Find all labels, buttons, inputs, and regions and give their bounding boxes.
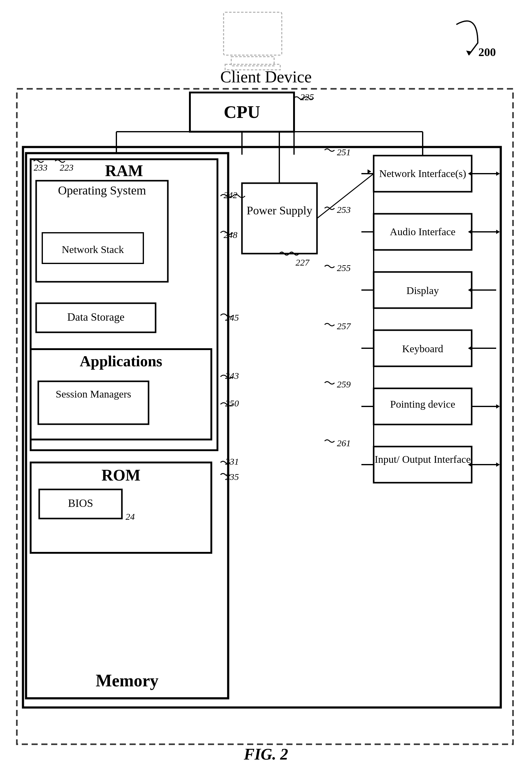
ref-253: 253 [337, 205, 351, 215]
ref-259: 259 [337, 379, 351, 389]
ref-261: 261 [337, 438, 351, 448]
ref-248: 248 [223, 230, 237, 240]
ref-225: 225 [300, 92, 314, 102]
rom-label: ROM [31, 466, 211, 484]
ref-223: 223 [60, 162, 74, 173]
svg-rect-12 [242, 183, 317, 254]
display-label: Display [374, 285, 472, 296]
svg-marker-47 [496, 404, 500, 409]
fig-label: FIG. 2 [244, 745, 288, 763]
memory-label: Memory [26, 671, 228, 690]
bios-label: BIOS [39, 497, 122, 510]
network-stack-label: Network Stack [42, 244, 144, 255]
ref-251: 251 [337, 147, 351, 157]
ref-231: 231 [225, 456, 239, 467]
svg-marker-36 [496, 171, 500, 176]
ref-242: 242 [223, 190, 237, 200]
svg-rect-52 [223, 12, 282, 55]
client-device-title: Client Device [220, 68, 312, 86]
ref-235: 235 [225, 472, 239, 482]
svg-marker-49 [496, 462, 500, 467]
svg-marker-51 [466, 50, 471, 55]
ref-227: 227 [295, 257, 309, 268]
ref-255: 255 [337, 263, 351, 273]
svg-rect-2 [26, 153, 228, 698]
network-interface-label: Network Interface(s) [374, 167, 472, 180]
ref-257: 257 [337, 321, 351, 331]
os-label: Operating System [36, 183, 168, 198]
svg-rect-53 [231, 57, 274, 66]
ref-245: 245 [225, 313, 239, 323]
svg-marker-34 [368, 169, 371, 174]
cpu-label: CPU [190, 102, 294, 122]
svg-rect-3 [31, 159, 217, 450]
pointing-device-label: Pointing device [374, 398, 472, 411]
ref-24: 24 [126, 511, 135, 522]
ram-label: RAM [31, 162, 217, 180]
svg-marker-40 [496, 230, 500, 234]
ref-243: 243 [225, 371, 239, 381]
svg-rect-8 [38, 381, 149, 424]
session-managers-label: Session Managers [38, 388, 149, 400]
ref-200: 200 [479, 45, 496, 59]
applications-label: Applications [31, 352, 211, 370]
audio-interface-label: Audio Interface [374, 225, 472, 239]
keyboard-label: Keyboard [374, 343, 472, 355]
ref-233: 233 [34, 162, 47, 173]
ref-250: 250 [225, 398, 239, 409]
input-output-label: Input/ Output Interface [374, 453, 472, 466]
data-storage-label: Data Storage [36, 311, 156, 323]
power-supply-label: Power Supply [242, 203, 317, 218]
